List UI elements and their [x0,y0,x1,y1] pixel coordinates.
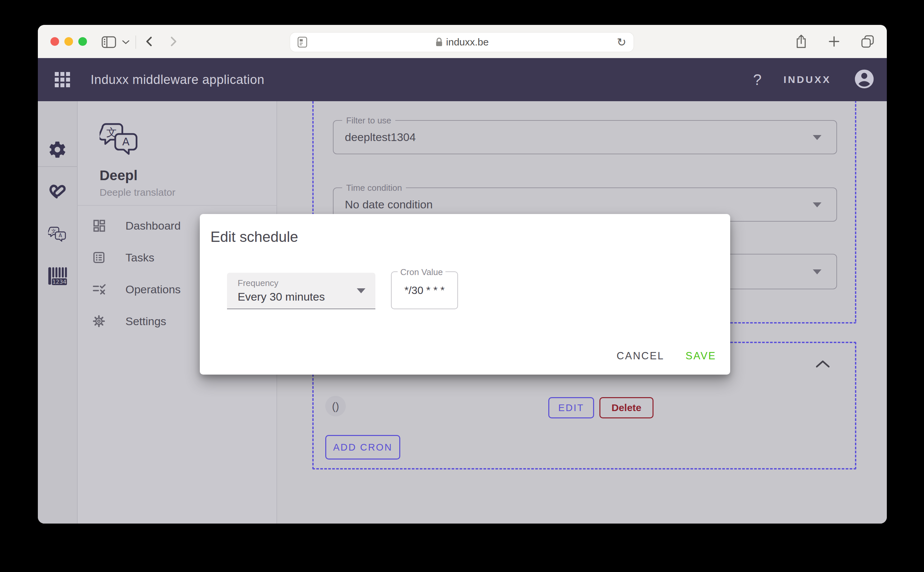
add-cron-button[interactable]: ADD CRON [325,435,400,460]
rail-divider [38,166,77,167]
translate-a-glyph: A [122,135,129,148]
app-title: Induxx middleware application [90,73,264,87]
barcode-icon[interactable]: 1234 [47,266,68,288]
operations-rule-icon [92,283,107,296]
edit-cron-button[interactable]: EDIT [548,397,594,418]
filter-to-use-label: Filter to use [342,115,395,126]
tasks-icon [92,250,107,264]
connector-heart-icon[interactable] [47,182,67,201]
back-button[interactable] [143,35,155,48]
help-icon[interactable]: ? [753,71,762,89]
toolbar-divider [135,36,136,49]
dashboard-icon [92,218,107,233]
dropdown-caret-icon [813,135,821,140]
dropdown-caret-icon [813,269,821,274]
cron-value-label: Cron Value [398,267,445,277]
close-window-button[interactable] [50,37,59,46]
frequency-label: Frequency [238,278,278,288]
dialog-title: Edit schedule [210,228,298,245]
browser-toolbar: induxx.be ↻ [38,25,887,58]
cron-expression-chip: () [325,396,346,417]
apps-grid-icon[interactable] [55,72,70,87]
filter-to-use-select[interactable]: Filter to use deepltest1304 [333,120,837,154]
delete-cron-button[interactable]: Delete [599,397,653,418]
share-icon[interactable] [795,34,807,49]
reader-view-icon[interactable] [297,36,307,48]
dropdown-caret-icon [813,202,821,207]
nav-item-label: Operations [126,283,180,296]
cron-value-input[interactable]: */30 * * * [404,284,445,297]
sidebar-toggle-icon[interactable] [101,36,116,48]
zoom-window-button[interactable] [78,37,87,46]
barcode-digits: 1234 [53,279,66,285]
icon-rail: 文 A [38,101,78,524]
time-condition-label: Time condition [342,183,406,193]
account-avatar-icon[interactable] [853,68,876,92]
traffic-lights [50,37,87,46]
filter-to-use-value: deepltest1304 [345,131,416,144]
module-name: Deepl [100,168,277,183]
chevron-down-icon[interactable] [122,40,129,45]
edit-schedule-dialog: Edit schedule Frequency Every 30 minutes… [200,214,730,375]
tab-overview-icon[interactable] [861,35,874,48]
url-text: induxx.be [446,36,488,48]
nav-item-label: Settings [126,315,166,328]
module-subtitle: Deeple translator [100,187,277,198]
forward-button[interactable] [168,35,179,48]
translate-icon[interactable]: 文 A [48,226,67,244]
dropdown-caret-icon [357,288,366,293]
collapse-section-button[interactable] [814,355,832,373]
new-tab-icon[interactable] [828,35,840,48]
reload-icon[interactable]: ↻ [617,36,627,48]
app-header: Induxx middleware application ? INDUXX [38,58,887,101]
nav-item-label: Dashboard [126,219,180,232]
browser-window: induxx.be ↻ Induxx middleware a [38,25,887,524]
cron-value-field[interactable]: Cron Value */30 * * * [391,271,458,309]
frequency-value: Every 30 minutes [238,290,325,303]
cancel-button[interactable]: CANCEL [617,350,664,362]
settings-icon [92,314,107,328]
address-bar[interactable]: induxx.be ↻ [290,33,633,52]
minimize-window-button[interactable] [64,37,73,46]
account-name: INDUXX [784,74,831,85]
module-header: 文 A Deepl Deeple translator [78,101,277,206]
time-condition-value: No date condition [345,198,433,211]
nav-item-label: Tasks [126,251,154,264]
save-button[interactable]: SAVE [686,350,716,362]
lock-icon [436,37,443,47]
module-translate-icon: 文 A [100,153,139,159]
frequency-select[interactable]: Frequency Every 30 minutes [227,273,375,309]
settings-gear-icon[interactable] [48,140,67,160]
svg-text:A: A [59,233,62,239]
